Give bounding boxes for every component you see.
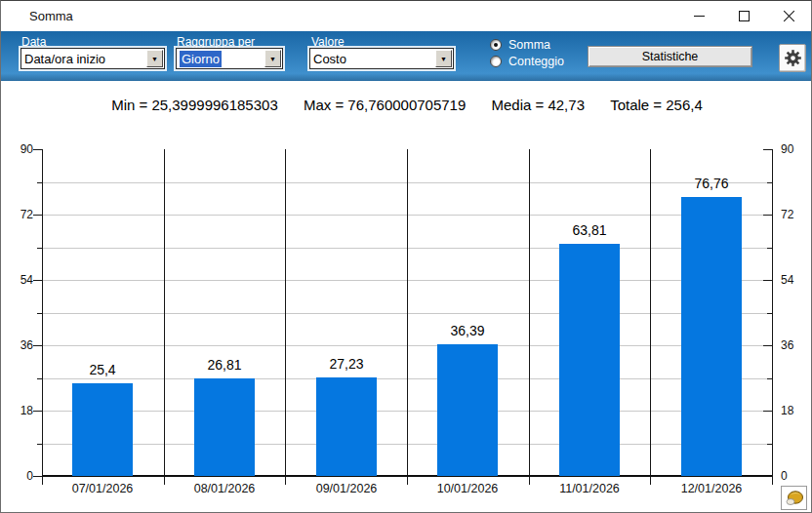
chart-logo-icon bbox=[784, 490, 804, 507]
y-axis-tick-right bbox=[763, 345, 772, 346]
chart-logo-button[interactable] bbox=[781, 486, 807, 510]
bar-value-label: 25,4 bbox=[54, 362, 151, 377]
category-separator bbox=[529, 149, 530, 476]
y-axis-label-right: 90 bbox=[781, 141, 810, 157]
bar-value-label: 26,81 bbox=[176, 357, 273, 373]
y-axis-tick-left bbox=[33, 411, 42, 412]
y-axis-label-right: 54 bbox=[781, 272, 810, 288]
y-axis-tick-left bbox=[33, 280, 42, 281]
bar-value-label: 27,23 bbox=[298, 356, 395, 372]
bar-value-label: 63,81 bbox=[541, 222, 638, 238]
y-axis-tick-left bbox=[33, 345, 42, 346]
chart-bar bbox=[316, 377, 377, 476]
y-axis-label-left: 54 bbox=[1, 272, 33, 288]
y-axis-label-right: 0 bbox=[781, 468, 810, 484]
bar-value-label: 36,39 bbox=[419, 323, 516, 338]
bar-chart: 001818363654547272909025,407/01/202626,8… bbox=[1, 1, 812, 513]
y-axis-label-right: 18 bbox=[781, 403, 810, 418]
category-label: 12/01/2026 bbox=[651, 482, 772, 495]
chart-bar bbox=[194, 378, 255, 476]
chart-bar bbox=[681, 197, 742, 476]
x-axis-tick bbox=[772, 476, 773, 485]
y-axis-label-left: 72 bbox=[1, 207, 33, 222]
category-label: 11/01/2026 bbox=[529, 482, 650, 495]
category-label: 09/01/2026 bbox=[286, 482, 407, 495]
y-axis-label-right: 36 bbox=[781, 337, 810, 353]
y-axis-line bbox=[42, 149, 43, 476]
y-axis-tick-right bbox=[763, 215, 772, 216]
app-window: Somma Data Data/ora inizio ▼ Raggruppa p… bbox=[0, 0, 812, 513]
y-axis-line-right bbox=[772, 149, 773, 476]
y-axis-label-left: 18 bbox=[1, 403, 33, 418]
category-separator bbox=[164, 149, 165, 476]
bar-value-label: 76,76 bbox=[663, 176, 760, 191]
y-axis-tick-right bbox=[763, 280, 772, 281]
category-separator bbox=[407, 149, 408, 476]
chart-bar bbox=[72, 383, 133, 476]
y-axis-tick-right bbox=[763, 411, 772, 412]
y-axis-label-left: 90 bbox=[1, 141, 33, 157]
y-axis-tick-left bbox=[33, 215, 42, 216]
chart-bar bbox=[437, 344, 498, 476]
y-axis-tick-left bbox=[33, 149, 42, 150]
category-label: 07/01/2026 bbox=[42, 482, 163, 495]
y-axis-label-left: 36 bbox=[1, 337, 33, 353]
chart-bar bbox=[559, 244, 620, 476]
y-axis-label-left: 0 bbox=[1, 468, 33, 484]
category-label: 10/01/2026 bbox=[407, 482, 528, 495]
y-axis-tick-right bbox=[763, 149, 772, 150]
y-axis-tick-left bbox=[33, 476, 42, 477]
x-axis-line bbox=[42, 475, 772, 477]
category-label: 08/01/2026 bbox=[164, 482, 285, 495]
category-separator bbox=[650, 149, 651, 476]
category-separator bbox=[285, 149, 286, 476]
y-axis-label-right: 72 bbox=[781, 207, 810, 222]
